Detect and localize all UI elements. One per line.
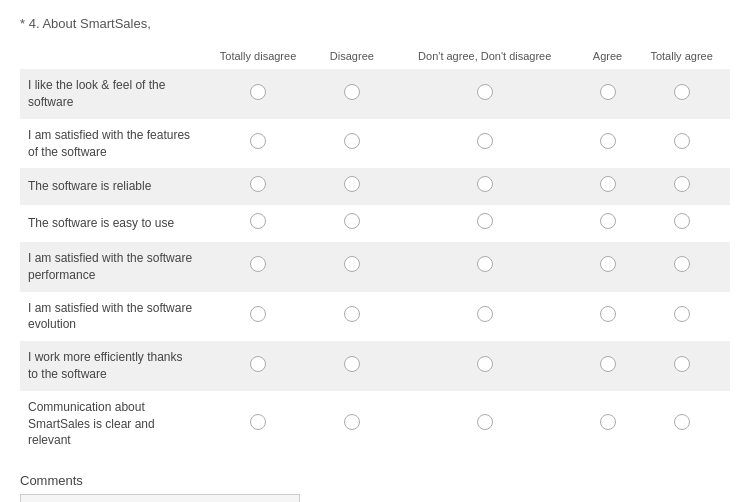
radio-cell-row8-agree[interactable] (582, 391, 633, 457)
radio-cell-row5-totally_agree[interactable] (633, 242, 730, 292)
radio-cell-row4-totally_agree[interactable] (633, 205, 730, 242)
radio-cell-row7-totally_disagree[interactable] (200, 341, 316, 391)
radio-cell-row8-totally_disagree[interactable] (200, 391, 316, 457)
row-label-row2: I am satisfied with the features of the … (20, 119, 200, 169)
radio-cell-row1-disagree[interactable] (316, 69, 388, 119)
radio-cell-row8-dont_agree_dont_disagree[interactable] (388, 391, 582, 457)
radio-cell-row2-disagree[interactable] (316, 119, 388, 169)
radio-cell-row7-dont_agree_dont_disagree[interactable] (388, 341, 582, 391)
radio-cell-row3-totally_agree[interactable] (633, 168, 730, 205)
radio-cell-row8-totally_agree[interactable] (633, 391, 730, 457)
radio-cell-row1-totally_agree[interactable] (633, 69, 730, 119)
radio-cell-row1-dont_agree_dont_disagree[interactable] (388, 69, 582, 119)
radio-cell-row6-agree[interactable] (582, 292, 633, 342)
radio-cell-row3-disagree[interactable] (316, 168, 388, 205)
radio-circle[interactable] (477, 256, 493, 272)
radio-circle[interactable] (250, 133, 266, 149)
radio-cell-row7-disagree[interactable] (316, 341, 388, 391)
radio-circle[interactable] (477, 213, 493, 229)
radio-cell-row5-dont_agree_dont_disagree[interactable] (388, 242, 582, 292)
radio-circle[interactable] (600, 176, 616, 192)
radio-cell-row6-totally_agree[interactable] (633, 292, 730, 342)
row-label-row1: I like the look & feel of the software (20, 69, 200, 119)
comments-box[interactable] (20, 494, 300, 502)
radio-circle[interactable] (250, 213, 266, 229)
radio-circle[interactable] (600, 256, 616, 272)
table-row: Communication about SmartSales is clear … (20, 391, 730, 457)
radio-cell-row8-disagree[interactable] (316, 391, 388, 457)
table-row: I am satisfied with the software evoluti… (20, 292, 730, 342)
radio-circle[interactable] (600, 306, 616, 322)
table-row: I work more efficiently thanks to the so… (20, 341, 730, 391)
radio-cell-row3-totally_disagree[interactable] (200, 168, 316, 205)
radio-cell-row3-dont_agree_dont_disagree[interactable] (388, 168, 582, 205)
comments-label: Comments (20, 473, 730, 488)
radio-cell-row1-totally_disagree[interactable] (200, 69, 316, 119)
radio-cell-row2-dont_agree_dont_disagree[interactable] (388, 119, 582, 169)
radio-circle[interactable] (477, 306, 493, 322)
radio-circle[interactable] (250, 356, 266, 372)
radio-cell-row4-totally_disagree[interactable] (200, 205, 316, 242)
radio-circle[interactable] (600, 356, 616, 372)
radio-circle[interactable] (250, 256, 266, 272)
radio-circle[interactable] (477, 356, 493, 372)
radio-circle[interactable] (477, 414, 493, 430)
radio-circle[interactable] (477, 133, 493, 149)
radio-cell-row7-agree[interactable] (582, 341, 633, 391)
row-label-row3: The software is reliable (20, 168, 200, 205)
row-label-row5: I am satisfied with the software perform… (20, 242, 200, 292)
radio-circle[interactable] (250, 176, 266, 192)
radio-circle[interactable] (674, 306, 690, 322)
radio-circle[interactable] (674, 256, 690, 272)
radio-circle[interactable] (674, 84, 690, 100)
radio-circle[interactable] (600, 414, 616, 430)
column-header-disagree: Disagree (316, 43, 388, 69)
radio-circle[interactable] (250, 414, 266, 430)
radio-cell-row5-disagree[interactable] (316, 242, 388, 292)
row-label-row8: Communication about SmartSales is clear … (20, 391, 200, 457)
radio-circle[interactable] (344, 133, 360, 149)
radio-cell-row6-totally_disagree[interactable] (200, 292, 316, 342)
radio-circle[interactable] (344, 176, 360, 192)
radio-cell-row5-totally_disagree[interactable] (200, 242, 316, 292)
radio-circle[interactable] (344, 414, 360, 430)
radio-circle[interactable] (674, 133, 690, 149)
radio-circle[interactable] (674, 213, 690, 229)
column-header-totally-agree: Totally agree (633, 43, 730, 69)
radio-circle[interactable] (600, 84, 616, 100)
radio-circle[interactable] (344, 213, 360, 229)
radio-cell-row4-dont_agree_dont_disagree[interactable] (388, 205, 582, 242)
radio-cell-row7-totally_agree[interactable] (633, 341, 730, 391)
table-row: The software is easy to use (20, 205, 730, 242)
radio-circle[interactable] (674, 176, 690, 192)
radio-circle[interactable] (344, 84, 360, 100)
row-label-row6: I am satisfied with the software evoluti… (20, 292, 200, 342)
radio-cell-row2-totally_agree[interactable] (633, 119, 730, 169)
row-label-row4: The software is easy to use (20, 205, 200, 242)
radio-cell-row4-disagree[interactable] (316, 205, 388, 242)
radio-circle[interactable] (344, 356, 360, 372)
radio-cell-row6-disagree[interactable] (316, 292, 388, 342)
radio-circle[interactable] (600, 133, 616, 149)
radio-circle[interactable] (477, 84, 493, 100)
row-label-row7: I work more efficiently thanks to the so… (20, 341, 200, 391)
radio-cell-row5-agree[interactable] (582, 242, 633, 292)
radio-circle[interactable] (250, 306, 266, 322)
table-row: I am satisfied with the software perform… (20, 242, 730, 292)
radio-circle[interactable] (250, 84, 266, 100)
radio-circle[interactable] (674, 356, 690, 372)
radio-circle[interactable] (344, 306, 360, 322)
radio-cell-row2-agree[interactable] (582, 119, 633, 169)
radio-cell-row6-dont_agree_dont_disagree[interactable] (388, 292, 582, 342)
radio-cell-row2-totally_disagree[interactable] (200, 119, 316, 169)
radio-circle[interactable] (344, 256, 360, 272)
column-header-dont-agree: Don't agree, Don't disagree (388, 43, 582, 69)
radio-cell-row1-agree[interactable] (582, 69, 633, 119)
radio-circle[interactable] (674, 414, 690, 430)
radio-circle[interactable] (477, 176, 493, 192)
table-row: The software is reliable (20, 168, 730, 205)
table-row: I am satisfied with the features of the … (20, 119, 730, 169)
radio-circle[interactable] (600, 213, 616, 229)
radio-cell-row3-agree[interactable] (582, 168, 633, 205)
radio-cell-row4-agree[interactable] (582, 205, 633, 242)
